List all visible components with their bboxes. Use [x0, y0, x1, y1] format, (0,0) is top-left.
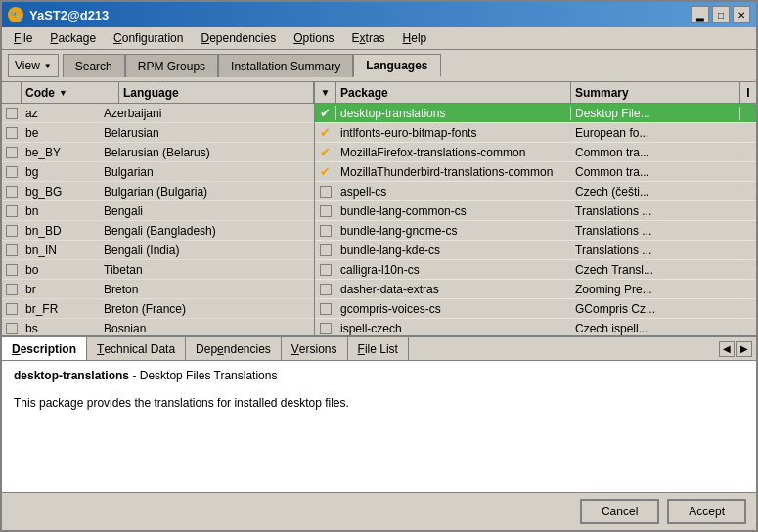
- pkg-summary: GCompris Cz...: [571, 302, 740, 316]
- pkg-checkbox[interactable]: [315, 244, 336, 256]
- tab-search[interactable]: Search: [63, 54, 125, 77]
- lang-row[interactable]: bn_INBengali (India): [2, 241, 314, 260]
- pkg-row[interactable]: ispell-czechCzech ispell...: [315, 319, 756, 335]
- main-content: Code ▼ Language azAzerbaijanibeBelarusia…: [2, 82, 756, 335]
- lang-checkbox[interactable]: [2, 303, 22, 315]
- pkg-checkbox[interactable]: [315, 303, 336, 315]
- pkg-checkbox[interactable]: ✔: [315, 164, 336, 179]
- lang-row[interactable]: boTibetan: [2, 260, 314, 280]
- pkg-name: MozillaThunderbird-translations-common: [336, 165, 571, 179]
- menu-configuration[interactable]: Configuration: [106, 29, 191, 47]
- left-panel: Code ▼ Language azAzerbaijanibeBelarusia…: [2, 82, 315, 335]
- lang-row[interactable]: bg_BGBulgarian (Bulgaria): [2, 182, 314, 201]
- lang-checkbox[interactable]: [2, 205, 22, 217]
- lang-checkbox[interactable]: [2, 186, 22, 198]
- lang-code: bn_BD: [22, 224, 100, 238]
- pkg-row[interactable]: bundle-lang-gnome-csTranslations ...: [315, 221, 756, 241]
- lang-name: Breton (France): [100, 302, 314, 316]
- desc-tab-dependencies[interactable]: Dependencies: [186, 337, 282, 360]
- lang-row[interactable]: bgBulgarian: [2, 162, 314, 182]
- minimize-button[interactable]: ▂: [691, 6, 709, 23]
- pkg-row[interactable]: bundle-lang-common-csTranslations ...: [315, 201, 756, 221]
- desc-tab-versions[interactable]: Versions: [282, 337, 348, 360]
- pkg-row[interactable]: aspell-csCzech (češti...: [315, 182, 756, 201]
- pkg-checkbox[interactable]: [315, 186, 336, 198]
- lang-checkbox[interactable]: [2, 323, 22, 334]
- maximize-button[interactable]: □: [712, 6, 730, 23]
- pkg-name: calligra-l10n-cs: [336, 263, 571, 277]
- lang-checkbox[interactable]: [2, 166, 22, 178]
- lang-checkbox[interactable]: [2, 244, 22, 256]
- toolbar: View ▼ Search RPM Groups Installation Su…: [2, 50, 756, 82]
- tab-rpm-groups[interactable]: RPM Groups: [125, 54, 218, 77]
- menu-help[interactable]: Help: [395, 29, 435, 47]
- desc-tab-description[interactable]: Description: [2, 337, 87, 360]
- lang-checkbox[interactable]: [2, 127, 22, 139]
- pkg-row[interactable]: ✔MozillaThunderbird-translations-commonC…: [315, 162, 756, 182]
- pkg-checkbox[interactable]: ✔: [315, 106, 336, 120]
- col-header-summary[interactable]: Summary: [571, 82, 740, 103]
- lang-row[interactable]: brBreton: [2, 280, 314, 299]
- pkg-summary: Translations ...: [571, 204, 740, 218]
- pkg-checkbox[interactable]: [315, 264, 336, 276]
- code-sort-arrow: ▼: [59, 88, 67, 98]
- lang-list[interactable]: azAzerbaijanibeBelarusianbe_BYBelarusian…: [2, 104, 314, 335]
- accept-button[interactable]: Accept: [667, 499, 746, 524]
- pkg-row[interactable]: bundle-lang-kde-csTranslations ...: [315, 241, 756, 260]
- desc-tab-technical[interactable]: Technical Data: [87, 337, 186, 360]
- pkg-checkbox[interactable]: [315, 205, 336, 217]
- lang-checkbox[interactable]: [2, 225, 22, 237]
- lang-row[interactable]: azAzerbaijani: [2, 104, 314, 123]
- pkg-checkbox[interactable]: [315, 284, 336, 295]
- col-header-package[interactable]: Package: [336, 82, 571, 103]
- tab-languages[interactable]: Languages: [353, 54, 440, 77]
- pkg-row[interactable]: dasher-data-extrasZooming Pre...: [315, 280, 756, 299]
- close-button[interactable]: ✕: [733, 6, 750, 23]
- pkg-summary: Czech Transl...: [571, 263, 740, 277]
- pkg-checkbox[interactable]: ✔: [315, 125, 336, 140]
- pkg-list[interactable]: ✔desktop-translationsDesktop File...✔int…: [315, 104, 756, 335]
- lang-code: bg: [22, 165, 100, 179]
- menubar: File Package Configuration Dependencies …: [2, 27, 756, 50]
- menu-package[interactable]: Package: [42, 29, 104, 47]
- lang-row[interactable]: beBelarusian: [2, 123, 314, 143]
- lang-table-header: Code ▼ Language: [2, 82, 314, 104]
- pkg-row[interactable]: ✔desktop-translationsDesktop File...: [315, 104, 756, 123]
- pkg-name: desktop-translations: [336, 107, 571, 120]
- pkg-checkbox[interactable]: [315, 225, 336, 237]
- lang-checkbox[interactable]: [2, 284, 22, 295]
- col-header-lang[interactable]: Language: [119, 82, 314, 103]
- desc-tab-filelist[interactable]: File List: [348, 337, 409, 360]
- lang-name: Belarusian: [100, 126, 314, 140]
- col-header-code[interactable]: Code ▼: [22, 82, 119, 103]
- view-button[interactable]: View ▼: [8, 54, 59, 77]
- lang-row[interactable]: br_FRBreton (France): [2, 299, 314, 319]
- lang-row[interactable]: bsBosnian: [2, 319, 314, 335]
- pkg-checkbox[interactable]: [315, 323, 336, 334]
- pkg-checkbox[interactable]: ✔: [315, 145, 336, 159]
- menu-file[interactable]: File: [6, 29, 40, 47]
- pkg-name: MozillaFirefox-translations-common: [336, 146, 571, 159]
- pkg-row[interactable]: ✔intlfonts-euro-bitmap-fontsEuropean fo.…: [315, 123, 756, 143]
- lang-code: bn: [22, 204, 100, 218]
- menu-extras[interactable]: Extras: [344, 29, 393, 47]
- lang-checkbox[interactable]: [2, 264, 22, 276]
- tab-installation-summary[interactable]: Installation Summary: [218, 54, 353, 77]
- lang-code: be: [22, 126, 100, 140]
- view-dropdown-arrow: ▼: [44, 62, 52, 70]
- pkg-row[interactable]: ✔MozillaFirefox-translations-commonCommo…: [315, 143, 756, 162]
- lang-checkbox[interactable]: [2, 147, 22, 158]
- lang-checkbox[interactable]: [2, 108, 22, 119]
- pkg-row[interactable]: calligra-l10n-csCzech Transl...: [315, 260, 756, 280]
- lang-row[interactable]: bn_BDBengali (Bangladesh): [2, 221, 314, 241]
- pkg-name: bundle-lang-common-cs: [336, 204, 571, 218]
- lang-row[interactable]: bnBengali: [2, 201, 314, 221]
- menu-dependencies[interactable]: Dependencies: [193, 29, 284, 47]
- desc-nav-left[interactable]: ◀: [719, 341, 735, 357]
- cancel-button[interactable]: Cancel: [580, 499, 659, 524]
- desc-nav-right[interactable]: ▶: [736, 341, 752, 357]
- menu-options[interactable]: Options: [286, 29, 341, 47]
- pkg-row[interactable]: gcompris-voices-csGCompris Cz...: [315, 299, 756, 319]
- desc-tabs: Description Technical Data Dependencies …: [2, 337, 756, 361]
- lang-row[interactable]: be_BYBelarusian (Belarus): [2, 143, 314, 162]
